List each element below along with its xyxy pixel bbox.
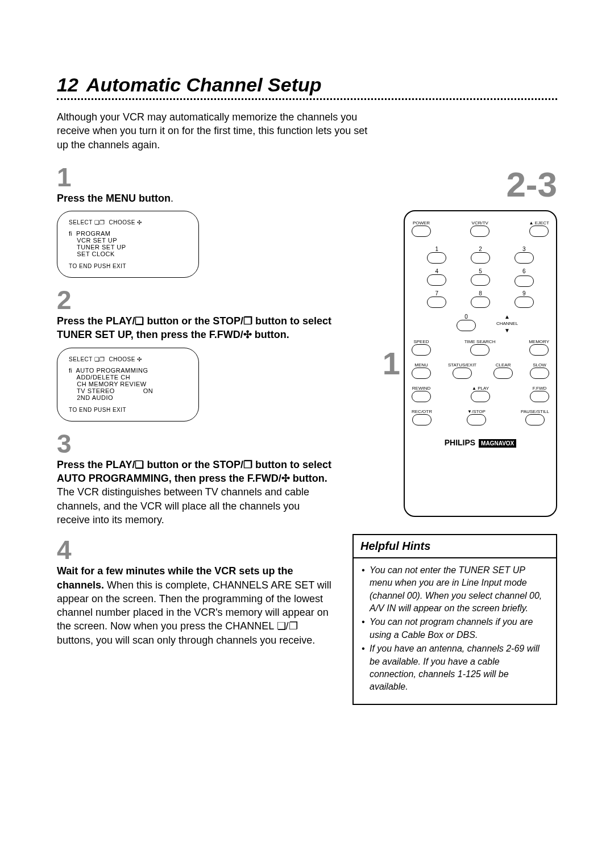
num-6: 6 (522, 268, 526, 274)
step-number-1: 1 (57, 164, 335, 190)
step-number-2: 2 (57, 287, 335, 313)
remote-btn-9 (515, 297, 534, 308)
osd-2-line-3: TV STEREO ON (69, 387, 189, 394)
remote-btn-8 (471, 297, 490, 308)
osd-screen-1: SELECT ❏❐ CHOOSE ✣ ﬁ PROGRAM VCR SET UP … (57, 211, 199, 278)
hint-3: If you have an antenna, channels 2-69 wi… (362, 642, 548, 694)
remote-btn-menu (412, 368, 431, 379)
step-text-1: Press the MENU button. (57, 191, 335, 205)
num-5: 5 (464, 268, 497, 274)
step-2-bold: Press the PLAY/❏ button or the STOP/❐ bu… (57, 315, 331, 340)
remote-btn-power (412, 226, 431, 237)
remote-btn-stop (467, 414, 486, 425)
ch-up-icon: ▲ (504, 314, 510, 320)
step-number-4: 4 (57, 537, 335, 563)
remote-btn-timesearch (470, 344, 489, 356)
remote-btn-3 (515, 252, 534, 264)
num-4: 4 (421, 268, 453, 274)
remote-btn-7 (427, 297, 446, 308)
remote-label-ffwd: F.FWD (530, 386, 549, 391)
step-3-body: The VCR distinguishes between TV channel… (57, 486, 309, 525)
remote-btn-4 (427, 274, 446, 286)
remote-label-rewind: REWIND (412, 386, 431, 391)
ch-down-icon: ▼ (504, 327, 510, 333)
osd-2-line-1: ADD/DELETE CH (69, 374, 189, 381)
intro-text: Although your VCR may automatically memo… (57, 110, 375, 152)
remote-label-clear: CLEAR (493, 362, 513, 368)
page-title: Automatic Channel Setup (86, 74, 322, 96)
remote-btn-5 (471, 274, 490, 286)
remote-btn-memory (529, 344, 549, 356)
remote-btn-2 (471, 252, 490, 264)
num-9: 9 (508, 290, 540, 297)
hints-list: You can not enter the TUNER SET UP menu … (362, 564, 548, 694)
step-1-bold: Press the MENU button (57, 193, 171, 204)
osd-1-line-3: SET CLOCK (69, 251, 189, 257)
step-number-3: 3 (57, 431, 335, 457)
osd-1-top: SELECT ❏❐ CHOOSE ✣ (69, 219, 189, 226)
num-3: 3 (508, 246, 540, 252)
num-7: 7 (421, 290, 453, 297)
remote-btn-slow (530, 368, 549, 379)
osd-1-line-2: TUNER SET UP (69, 244, 189, 251)
remote-brand: PHILIPS MAGNAVOX (412, 438, 549, 448)
osd-screen-2: SELECT ❏❐ CHOOSE ✣ ﬁ AUTO PROGRAMMING AD… (57, 348, 199, 422)
osd-2-line-4: 2ND AUDIO (69, 394, 189, 401)
remote-btn-rewind (412, 391, 431, 402)
remote-btn-ffwd (530, 391, 549, 402)
remote-label-eject: ▲ EJECT (529, 220, 549, 226)
remote-btn-eject (529, 226, 549, 237)
num-8: 8 (464, 290, 497, 297)
page-number: 12 (57, 74, 78, 96)
remote-label-vcrtv: VCR/TV (470, 220, 489, 226)
channel-label: CHANNEL (496, 321, 518, 326)
remote-label-memory: MEMORY (529, 339, 549, 344)
osd-2-line-2: CH MEMORY REVIEW (69, 381, 189, 387)
step-text-2: Press the PLAY/❏ button or the STOP/❐ bu… (57, 314, 335, 342)
remote-label-pause: PAUSE/STILL (521, 409, 549, 414)
helpful-hints-box: Helpful Hints You can not enter the TUNE… (352, 534, 557, 705)
osd-2-bottom: TO END PUSH EXIT (69, 407, 189, 413)
num-1: 1 (421, 246, 453, 252)
remote-side-label: 1 (383, 345, 400, 382)
brand-magnavox: MAGNAVOX (479, 439, 516, 448)
brand-philips: PHILIPS (445, 438, 475, 447)
remote-area: 1 POWER VCR/TV ▲ EJECT 1 2 3 4 5 6 7 (383, 210, 557, 517)
remote-label-stop: ▼/STOP (467, 409, 486, 414)
remote-label-play: ▲ PLAY (471, 386, 490, 391)
hints-title: Helpful Hints (354, 535, 556, 558)
remote-label-status: STATUS/EXIT (448, 362, 476, 368)
osd-2-top: SELECT ❏❐ CHOOSE ✣ (69, 356, 189, 362)
remote-btn-play (471, 391, 490, 402)
remote-btn-1 (427, 252, 446, 264)
remote-label-slow: SLOW (530, 362, 549, 368)
osd-1-bottom: TO END PUSH EXIT (69, 263, 189, 269)
step-text-4: Wait for a few minutes while the VCR set… (57, 564, 335, 647)
remote-label-speed: SPEED (412, 339, 431, 344)
remote-btn-0 (457, 320, 476, 331)
remote-btn-6 (515, 276, 534, 287)
step-text-3: Press the PLAY/❏ button or the STOP/❐ bu… (57, 458, 335, 527)
step-1-period: . (171, 193, 173, 204)
remote-label-rec: REC/OTR (412, 409, 432, 414)
remote-btn-status (453, 368, 472, 379)
remote-btn-clear (493, 368, 513, 379)
osd-1-line-0: ﬁ PROGRAM (69, 230, 189, 237)
osd-1-line-1: VCR SET UP (69, 237, 189, 244)
hint-1: You can not enter the TUNER SET UP menu … (362, 564, 548, 615)
remote-control: POWER VCR/TV ▲ EJECT 1 2 3 4 5 6 7 8 9 (404, 210, 557, 517)
num-2: 2 (464, 246, 497, 252)
remote-btn-vcrtv (470, 226, 489, 237)
remote-label-power: POWER (412, 220, 431, 226)
hint-2: You can not program channels if you are … (362, 616, 548, 641)
remote-btn-speed (412, 344, 431, 356)
remote-label-timesearch: TIME SEARCH (464, 339, 496, 344)
title-divider (57, 98, 557, 100)
remote-btn-rec (412, 414, 432, 425)
remote-numpad: 1 2 3 4 5 6 7 8 9 (421, 246, 540, 309)
remote-label-menu: MENU (412, 362, 431, 368)
osd-2-line-0: ﬁ AUTO PROGRAMMING (69, 367, 189, 374)
num-0: 0 (457, 314, 476, 320)
remote-btn-pause (525, 414, 545, 425)
step-3-bold: Press the PLAY/❏ button or the STOP/❐ bu… (57, 459, 331, 484)
